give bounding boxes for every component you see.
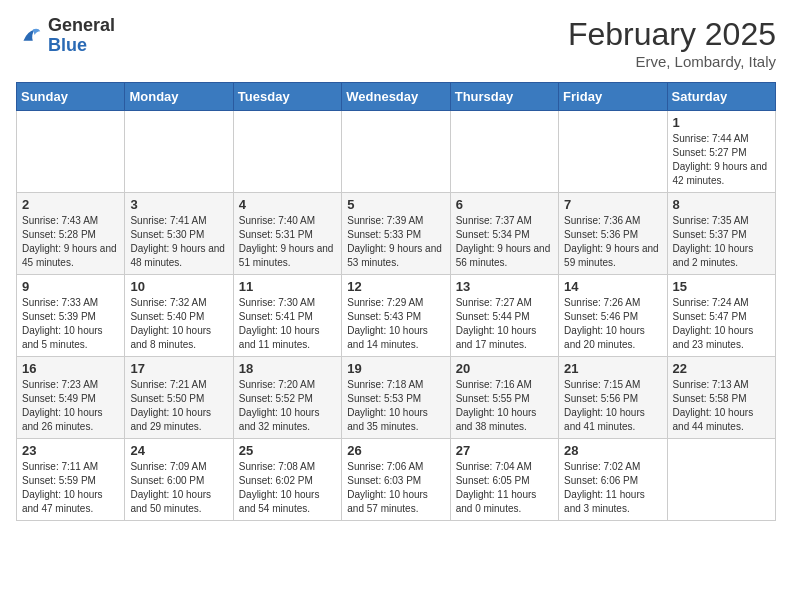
week-row-1: 1Sunrise: 7:44 AM Sunset: 5:27 PM Daylig… <box>17 111 776 193</box>
day-number: 22 <box>673 361 770 376</box>
day-number: 5 <box>347 197 444 212</box>
weekday-wednesday: Wednesday <box>342 83 450 111</box>
logo-general-text: General <box>48 16 115 36</box>
calendar-cell: 3Sunrise: 7:41 AM Sunset: 5:30 PM Daylig… <box>125 193 233 275</box>
day-number: 28 <box>564 443 661 458</box>
week-row-4: 16Sunrise: 7:23 AM Sunset: 5:49 PM Dayli… <box>17 357 776 439</box>
day-info: Sunrise: 7:23 AM Sunset: 5:49 PM Dayligh… <box>22 378 119 434</box>
day-info: Sunrise: 7:39 AM Sunset: 5:33 PM Dayligh… <box>347 214 444 270</box>
day-number: 20 <box>456 361 553 376</box>
calendar-cell: 22Sunrise: 7:13 AM Sunset: 5:58 PM Dayli… <box>667 357 775 439</box>
title-block: February 2025 Erve, Lombardy, Italy <box>568 16 776 70</box>
calendar-table: SundayMondayTuesdayWednesdayThursdayFrid… <box>16 82 776 521</box>
logo-bird-icon <box>16 22 44 50</box>
calendar-cell <box>125 111 233 193</box>
calendar-header: SundayMondayTuesdayWednesdayThursdayFrid… <box>17 83 776 111</box>
calendar-cell <box>559 111 667 193</box>
calendar-cell <box>233 111 341 193</box>
day-info: Sunrise: 7:43 AM Sunset: 5:28 PM Dayligh… <box>22 214 119 270</box>
day-number: 24 <box>130 443 227 458</box>
day-info: Sunrise: 7:06 AM Sunset: 6:03 PM Dayligh… <box>347 460 444 516</box>
page-header: General Blue February 2025 Erve, Lombard… <box>16 16 776 70</box>
day-number: 27 <box>456 443 553 458</box>
calendar-cell: 2Sunrise: 7:43 AM Sunset: 5:28 PM Daylig… <box>17 193 125 275</box>
day-info: Sunrise: 7:44 AM Sunset: 5:27 PM Dayligh… <box>673 132 770 188</box>
day-info: Sunrise: 7:35 AM Sunset: 5:37 PM Dayligh… <box>673 214 770 270</box>
day-number: 18 <box>239 361 336 376</box>
calendar-cell: 15Sunrise: 7:24 AM Sunset: 5:47 PM Dayli… <box>667 275 775 357</box>
logo-text: General Blue <box>48 16 115 56</box>
calendar-cell: 6Sunrise: 7:37 AM Sunset: 5:34 PM Daylig… <box>450 193 558 275</box>
day-info: Sunrise: 7:18 AM Sunset: 5:53 PM Dayligh… <box>347 378 444 434</box>
day-info: Sunrise: 7:40 AM Sunset: 5:31 PM Dayligh… <box>239 214 336 270</box>
day-number: 17 <box>130 361 227 376</box>
day-info: Sunrise: 7:32 AM Sunset: 5:40 PM Dayligh… <box>130 296 227 352</box>
month-title: February 2025 <box>568 16 776 53</box>
day-number: 3 <box>130 197 227 212</box>
day-number: 4 <box>239 197 336 212</box>
day-number: 2 <box>22 197 119 212</box>
day-info: Sunrise: 7:30 AM Sunset: 5:41 PM Dayligh… <box>239 296 336 352</box>
day-number: 13 <box>456 279 553 294</box>
calendar-cell: 26Sunrise: 7:06 AM Sunset: 6:03 PM Dayli… <box>342 439 450 521</box>
calendar-cell <box>342 111 450 193</box>
week-row-2: 2Sunrise: 7:43 AM Sunset: 5:28 PM Daylig… <box>17 193 776 275</box>
day-number: 25 <box>239 443 336 458</box>
calendar-cell: 9Sunrise: 7:33 AM Sunset: 5:39 PM Daylig… <box>17 275 125 357</box>
day-info: Sunrise: 7:13 AM Sunset: 5:58 PM Dayligh… <box>673 378 770 434</box>
weekday-tuesday: Tuesday <box>233 83 341 111</box>
calendar-cell: 19Sunrise: 7:18 AM Sunset: 5:53 PM Dayli… <box>342 357 450 439</box>
calendar-cell: 27Sunrise: 7:04 AM Sunset: 6:05 PM Dayli… <box>450 439 558 521</box>
calendar-cell: 14Sunrise: 7:26 AM Sunset: 5:46 PM Dayli… <box>559 275 667 357</box>
calendar-cell: 12Sunrise: 7:29 AM Sunset: 5:43 PM Dayli… <box>342 275 450 357</box>
day-info: Sunrise: 7:09 AM Sunset: 6:00 PM Dayligh… <box>130 460 227 516</box>
day-info: Sunrise: 7:33 AM Sunset: 5:39 PM Dayligh… <box>22 296 119 352</box>
day-info: Sunrise: 7:27 AM Sunset: 5:44 PM Dayligh… <box>456 296 553 352</box>
day-number: 11 <box>239 279 336 294</box>
week-row-5: 23Sunrise: 7:11 AM Sunset: 5:59 PM Dayli… <box>17 439 776 521</box>
logo-blue-text: Blue <box>48 36 115 56</box>
day-info: Sunrise: 7:41 AM Sunset: 5:30 PM Dayligh… <box>130 214 227 270</box>
calendar-cell: 4Sunrise: 7:40 AM Sunset: 5:31 PM Daylig… <box>233 193 341 275</box>
week-row-3: 9Sunrise: 7:33 AM Sunset: 5:39 PM Daylig… <box>17 275 776 357</box>
day-info: Sunrise: 7:21 AM Sunset: 5:50 PM Dayligh… <box>130 378 227 434</box>
calendar-body: 1Sunrise: 7:44 AM Sunset: 5:27 PM Daylig… <box>17 111 776 521</box>
day-info: Sunrise: 7:36 AM Sunset: 5:36 PM Dayligh… <box>564 214 661 270</box>
calendar-cell: 17Sunrise: 7:21 AM Sunset: 5:50 PM Dayli… <box>125 357 233 439</box>
calendar-cell: 1Sunrise: 7:44 AM Sunset: 5:27 PM Daylig… <box>667 111 775 193</box>
day-info: Sunrise: 7:04 AM Sunset: 6:05 PM Dayligh… <box>456 460 553 516</box>
day-info: Sunrise: 7:29 AM Sunset: 5:43 PM Dayligh… <box>347 296 444 352</box>
day-number: 1 <box>673 115 770 130</box>
calendar-cell: 11Sunrise: 7:30 AM Sunset: 5:41 PM Dayli… <box>233 275 341 357</box>
calendar-cell <box>450 111 558 193</box>
day-number: 19 <box>347 361 444 376</box>
weekday-monday: Monday <box>125 83 233 111</box>
day-info: Sunrise: 7:11 AM Sunset: 5:59 PM Dayligh… <box>22 460 119 516</box>
day-info: Sunrise: 7:02 AM Sunset: 6:06 PM Dayligh… <box>564 460 661 516</box>
calendar-cell <box>17 111 125 193</box>
day-info: Sunrise: 7:16 AM Sunset: 5:55 PM Dayligh… <box>456 378 553 434</box>
calendar-cell: 25Sunrise: 7:08 AM Sunset: 6:02 PM Dayli… <box>233 439 341 521</box>
day-info: Sunrise: 7:20 AM Sunset: 5:52 PM Dayligh… <box>239 378 336 434</box>
day-number: 26 <box>347 443 444 458</box>
calendar-cell: 13Sunrise: 7:27 AM Sunset: 5:44 PM Dayli… <box>450 275 558 357</box>
location-subtitle: Erve, Lombardy, Italy <box>568 53 776 70</box>
weekday-thursday: Thursday <box>450 83 558 111</box>
calendar-cell: 21Sunrise: 7:15 AM Sunset: 5:56 PM Dayli… <box>559 357 667 439</box>
calendar-cell: 24Sunrise: 7:09 AM Sunset: 6:00 PM Dayli… <box>125 439 233 521</box>
day-number: 21 <box>564 361 661 376</box>
logo: General Blue <box>16 16 115 56</box>
day-number: 10 <box>130 279 227 294</box>
day-number: 7 <box>564 197 661 212</box>
calendar-cell <box>667 439 775 521</box>
day-info: Sunrise: 7:15 AM Sunset: 5:56 PM Dayligh… <box>564 378 661 434</box>
weekday-sunday: Sunday <box>17 83 125 111</box>
day-info: Sunrise: 7:26 AM Sunset: 5:46 PM Dayligh… <box>564 296 661 352</box>
weekday-header-row: SundayMondayTuesdayWednesdayThursdayFrid… <box>17 83 776 111</box>
calendar-cell: 5Sunrise: 7:39 AM Sunset: 5:33 PM Daylig… <box>342 193 450 275</box>
calendar-cell: 28Sunrise: 7:02 AM Sunset: 6:06 PM Dayli… <box>559 439 667 521</box>
day-number: 9 <box>22 279 119 294</box>
day-number: 15 <box>673 279 770 294</box>
day-number: 12 <box>347 279 444 294</box>
day-number: 6 <box>456 197 553 212</box>
